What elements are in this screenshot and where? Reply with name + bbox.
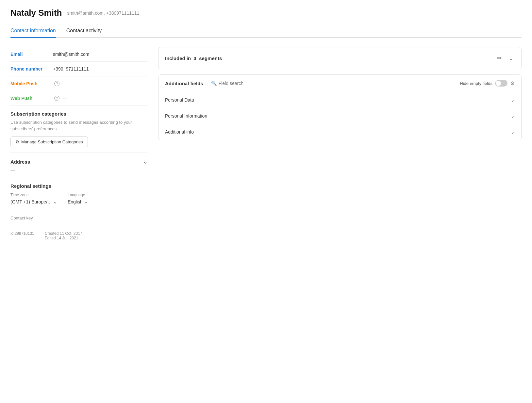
- hide-empty-toggle[interactable]: [495, 80, 507, 87]
- gear-icon: ⚙: [15, 139, 19, 144]
- email-value: smith@smith.com: [53, 52, 89, 57]
- segments-actions: ✏ ⌄: [496, 53, 515, 63]
- regional-fields: Time zone (GMT +1) Europe/… ⌄ Language E…: [10, 193, 148, 204]
- contact-name: Nataly Smith: [10, 8, 62, 18]
- mobile-push-field-row: Mobile Push ? —: [10, 76, 148, 91]
- language-chevron-icon: ⌄: [84, 199, 88, 204]
- email-label: Email: [10, 52, 53, 57]
- contact-key-section: Contact key: [10, 210, 148, 226]
- hide-empty-area: Hide empty fields ⚙: [460, 80, 515, 87]
- personal-info-chevron-icon: ⌄: [511, 113, 515, 119]
- additional-fields-header: Additional fields 🔍 Hide empty fields ⚙: [158, 75, 521, 92]
- manage-subscription-button[interactable]: ⚙ Manage Subscription Categories: [10, 137, 88, 147]
- segments-card: Included in 3 segments ✏ ⌄: [158, 47, 522, 69]
- timezone-select[interactable]: (GMT +1) Europe/… ⌄: [10, 199, 57, 204]
- subscription-title: Subscription categories: [10, 111, 148, 117]
- mobile-push-value: —: [62, 81, 67, 86]
- language-field: Language English ⌄: [68, 193, 88, 204]
- tab-contact-activity[interactable]: Contact activity: [66, 24, 102, 38]
- contact-id: id:299710131: [10, 231, 34, 240]
- right-panel: Included in 3 segments ✏ ⌄: [158, 47, 522, 140]
- phone-field-row: Phone number +390 971111111: [10, 62, 148, 76]
- pencil-icon: ✏: [497, 55, 502, 61]
- field-search-box: 🔍: [211, 81, 455, 86]
- regional-title: Regional settings: [10, 183, 148, 189]
- accordion-header-personal-data[interactable]: Personal Data ⌄: [158, 92, 521, 108]
- manage-subscription-label: Manage Subscription Categories: [21, 139, 83, 144]
- hide-empty-label: Hide empty fields: [460, 81, 492, 86]
- footer-meta: id:299710131 Created 11 Oct, 2017 Edited…: [10, 226, 148, 246]
- timezone-label: Time zone: [10, 193, 57, 197]
- subscription-desc: Use subscription categories to send mess…: [10, 119, 148, 132]
- page-container: Nataly Smith smith@smith.com, +380971111…: [0, 0, 532, 403]
- language-label: Language: [68, 193, 88, 197]
- segments-info: Included in 3 segments: [165, 56, 222, 61]
- address-header-row: Address ⌄: [10, 158, 148, 165]
- search-icon: 🔍: [211, 81, 217, 86]
- timezone-field: Time zone (GMT +1) Europe/… ⌄: [10, 193, 57, 204]
- web-push-field-row: Web Push ? —: [10, 91, 148, 106]
- accordion-item-personal-information: Personal Information ⌄: [158, 108, 521, 124]
- language-select[interactable]: English ⌄: [68, 199, 88, 204]
- email-field-row: Email smith@smith.com: [10, 47, 148, 62]
- fields-gear-icon[interactable]: ⚙: [510, 80, 515, 87]
- contact-meta: smith@smith.com, +380971111111: [67, 10, 140, 16]
- personal-info-label: Personal Information: [165, 113, 207, 119]
- tab-contact-information[interactable]: Contact information: [10, 24, 56, 38]
- tabs-bar: Contact information Contact activity: [10, 24, 522, 38]
- additional-info-label: Additional info: [165, 129, 194, 135]
- content-area: Email smith@smith.com Phone number +390 …: [10, 47, 522, 246]
- additional-fields-title: Additional fields: [165, 81, 203, 86]
- chevron-down-icon: ⌄: [508, 55, 513, 61]
- subscription-section: Subscription categories Use subscription…: [10, 106, 148, 153]
- left-panel: Email smith@smith.com Phone number +390 …: [10, 47, 148, 246]
- header-section: Nataly Smith smith@smith.com, +380971111…: [10, 8, 522, 18]
- address-value: —: [10, 167, 148, 172]
- web-push-label: Web Push: [10, 96, 53, 101]
- web-push-help-icon[interactable]: ?: [54, 96, 59, 101]
- phone-number: 971111111: [66, 66, 89, 72]
- footer-dates: Created 11 Oct, 2017 Edited 14 Jul, 2021: [45, 231, 82, 240]
- additional-fields-card: Additional fields 🔍 Hide empty fields ⚙ …: [158, 74, 522, 140]
- accordion-item-additional-info: Additional info ⌄: [158, 124, 521, 140]
- phone-prefix: +390: [53, 66, 63, 72]
- mobile-push-help-icon[interactable]: ?: [54, 81, 59, 86]
- accordion-header-additional-info[interactable]: Additional info ⌄: [158, 124, 521, 140]
- language-value: English: [68, 199, 83, 204]
- address-section: Address ⌄ —: [10, 153, 148, 178]
- edited-date: Edited 14 Jul, 2021: [45, 236, 82, 240]
- address-title: Address: [10, 159, 30, 165]
- segments-edit-button[interactable]: ✏: [496, 53, 503, 63]
- accordion-header-personal-information[interactable]: Personal Information ⌄: [158, 108, 521, 124]
- accordion-item-personal-data: Personal Data ⌄: [158, 92, 521, 108]
- segments-label: Included in 3 segments: [165, 56, 222, 61]
- personal-data-label: Personal Data: [165, 97, 194, 103]
- field-search-input[interactable]: [219, 81, 284, 86]
- phone-label: Phone number: [10, 66, 53, 72]
- created-date: Created 11 Oct, 2017: [45, 231, 82, 236]
- timezone-value: (GMT +1) Europe/…: [10, 199, 52, 204]
- address-chevron-icon[interactable]: ⌄: [143, 158, 148, 165]
- timezone-chevron-icon: ⌄: [53, 199, 57, 204]
- regional-settings-section: Regional settings Time zone (GMT +1) Eur…: [10, 178, 148, 210]
- mobile-push-label: Mobile Push: [10, 81, 53, 86]
- contact-key-label: Contact key: [10, 216, 33, 220]
- segments-expand-button[interactable]: ⌄: [507, 53, 515, 63]
- web-push-value: —: [62, 96, 67, 101]
- additional-info-chevron-icon: ⌄: [511, 129, 515, 135]
- personal-data-chevron-icon: ⌄: [511, 97, 515, 103]
